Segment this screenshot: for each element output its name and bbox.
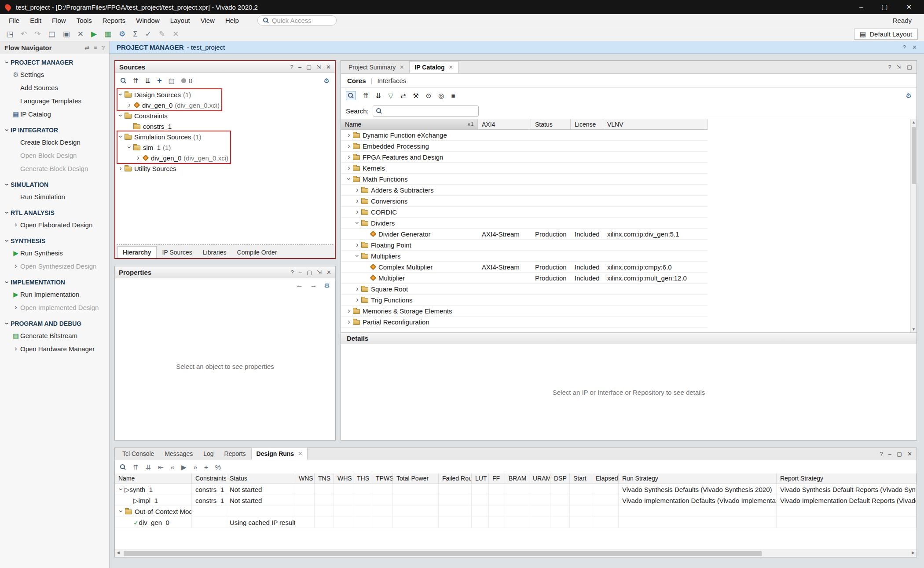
flow-section-header[interactable]: ›SYNTHESIS <box>0 237 109 246</box>
chevron-right-icon[interactable]: › <box>345 131 352 138</box>
scroll-up-icon[interactable]: ▲ <box>912 119 916 125</box>
search-button[interactable] <box>346 91 356 100</box>
column-header-tpws[interactable]: TPWS <box>372 473 393 484</box>
subtab-cores[interactable]: Cores <box>347 77 366 84</box>
maximize-icon[interactable]: ▢ <box>306 64 312 70</box>
chevron-right-icon[interactable]: › <box>345 153 352 160</box>
run-icon[interactable]: ▶ <box>91 30 97 38</box>
chevron-right-icon[interactable]: › <box>354 197 361 204</box>
collapse-all-icon[interactable]: ⇈ <box>133 77 139 84</box>
menu-tools[interactable]: Tools <box>71 15 97 26</box>
search-icon[interactable] <box>348 93 354 98</box>
dock-icon[interactable]: ⇄ <box>84 44 89 51</box>
menu-view[interactable]: View <box>195 15 220 26</box>
bottom-tab-tcl-console[interactable]: Tcl Console <box>117 448 159 460</box>
flow-section-header[interactable]: ›RTL ANALYSIS <box>0 208 109 218</box>
source-tree-item[interactable]: ›sim_1(1) <box>115 142 335 153</box>
bottom-tab-reports[interactable]: Reports <box>219 448 251 460</box>
program-device-icon[interactable]: ▦ <box>104 30 111 38</box>
wrench-icon[interactable]: ⚒ <box>413 92 418 99</box>
menu-file[interactable]: File <box>4 15 25 26</box>
forward-arrow-icon[interactable]: → <box>310 281 317 289</box>
catalog-row[interactable]: ›Partial Reconfiguration <box>341 317 708 328</box>
flow-item-open-synthesized-design[interactable]: ›Open Synthesized Design <box>0 259 109 273</box>
back-arrow-icon[interactable]: ← <box>296 281 303 289</box>
swap-icon[interactable]: ⇄ <box>400 92 406 99</box>
menu-help[interactable]: Help <box>220 15 244 26</box>
collapse-all-icon[interactable]: ⇈ <box>133 464 139 470</box>
chevron-right-icon[interactable]: › <box>345 318 352 325</box>
catalog-row[interactable]: ›Square Root <box>341 284 708 295</box>
sources-tab-compile-order[interactable]: Compile Order <box>232 247 282 258</box>
flow-item-settings[interactable]: ⚙Settings <box>0 68 109 81</box>
chevron-right-icon[interactable]: › <box>354 208 361 215</box>
close-icon[interactable]: ✕ <box>907 451 912 457</box>
add-icon[interactable]: + <box>157 76 162 84</box>
target-icon[interactable]: ◎ <box>438 92 444 99</box>
flow-item-generate-block-design[interactable]: Generate Block Design <box>0 162 109 175</box>
bottom-tab-messages[interactable]: Messages <box>159 448 198 460</box>
menu-window[interactable]: Window <box>131 15 165 26</box>
column-header-tns[interactable]: TNS <box>315 473 334 484</box>
gear-icon[interactable]: ⚙ <box>324 77 330 84</box>
minimize-icon[interactable]: – <box>298 64 301 70</box>
catalog-row[interactable]: ›Floating Point <box>341 240 708 251</box>
save-icon[interactable]: ▤ <box>48 30 55 38</box>
scroll-down-icon[interactable]: ▼ <box>912 326 916 332</box>
chevron-down-icon[interactable]: › <box>117 133 124 140</box>
column-header-dsp[interactable]: DSP <box>550 473 570 484</box>
search-icon[interactable] <box>121 78 126 84</box>
minimize-icon[interactable]: – <box>299 269 302 276</box>
flow-item-generate-bitstream[interactable]: ▦Generate Bitstream <box>0 329 109 342</box>
expand-all-icon[interactable]: ⇊ <box>146 464 151 470</box>
gear-icon[interactable]: ⚙ <box>906 92 912 99</box>
expand-all-icon[interactable]: ⇊ <box>376 92 381 99</box>
flow-section-header[interactable]: ›IMPLEMENTATION <box>0 278 109 288</box>
scroll-right-icon[interactable]: ▶ <box>912 550 915 555</box>
catalog-row[interactable]: ›Trig Functions <box>341 295 708 306</box>
catalog-row[interactable]: ›CORDIC <box>341 207 708 218</box>
source-tree-item[interactable]: ›div_gen_0(div_gen_0.xci) <box>115 153 335 163</box>
source-tree-item[interactable]: constrs_1 <box>115 121 335 131</box>
flow-item-ip-catalog[interactable]: ▦IP Catalog <box>0 107 109 120</box>
fast-forward-icon[interactable]: » <box>194 464 197 470</box>
details-header[interactable]: Details <box>341 332 917 344</box>
catalog-row[interactable]: ›Adders & Subtracters <box>341 185 708 196</box>
scrollbar-thumb[interactable] <box>124 551 762 556</box>
column-header-name[interactable]: Name <box>115 473 192 484</box>
catalog-row[interactable]: MultiplierProductionIncludedxilinx.com:i… <box>341 273 708 284</box>
close-icon[interactable]: ✕ <box>449 64 453 70</box>
column-header-failed-routes[interactable]: Failed Routes <box>439 473 472 484</box>
sources-tab-ip-sources[interactable]: IP Sources <box>158 247 197 258</box>
column-header-whs[interactable]: WHS <box>334 473 353 484</box>
help-icon[interactable]: ? <box>903 44 906 51</box>
flow-section-header[interactable]: ›PROJECT MANAGER <box>0 58 109 68</box>
maximize-icon[interactable]: ▢ <box>307 269 312 276</box>
help-icon[interactable]: ? <box>880 451 883 457</box>
chevron-right-icon[interactable]: › <box>117 165 124 172</box>
source-tree-item[interactable]: ›Design Sources(1) <box>115 89 335 100</box>
source-tree-item[interactable]: ›Constraints <box>115 110 335 121</box>
catalog-row[interactable]: ›Dividers <box>341 218 708 229</box>
menu-edit[interactable]: Edit <box>25 15 47 26</box>
sources-panel-header[interactable]: Sources ?–▢⇲✕ <box>115 61 335 73</box>
close-icon[interactable]: ✕ <box>912 44 917 51</box>
workspace-tab-ip-catalog[interactable]: IP Catalog✕ <box>409 61 458 73</box>
sum-reports-icon[interactable]: Σ <box>133 30 138 38</box>
flow-item-open-block-design[interactable]: Open Block Design <box>0 149 109 162</box>
chevron-down-icon[interactable]: › <box>126 144 133 151</box>
column-header-constraints[interactable]: Constraints <box>192 473 226 484</box>
column-header-start[interactable]: Start <box>570 473 592 484</box>
sources-tab-libraries[interactable]: Libraries <box>198 247 231 258</box>
maximize-icon[interactable]: ▢ <box>907 64 912 70</box>
properties-panel-header[interactable]: Properties ?–▢⇲✕ <box>115 266 335 278</box>
chevron-right-icon[interactable]: › <box>354 241 361 248</box>
open-project-icon[interactable]: ◳ <box>6 30 13 38</box>
float-icon[interactable]: ⇲ <box>316 64 321 70</box>
design-run-row[interactable]: ›▷synth_1constrs_1Not startedVivado Synt… <box>115 484 917 495</box>
chevron-right-icon[interactable]: › <box>345 142 352 149</box>
chevron-down-icon[interactable]: › <box>117 486 125 493</box>
catalog-row[interactable]: ›Math Functions <box>341 174 708 185</box>
chevron-down-icon[interactable]: › <box>354 219 361 226</box>
column-header-vlnv[interactable]: VLNV <box>603 119 708 130</box>
